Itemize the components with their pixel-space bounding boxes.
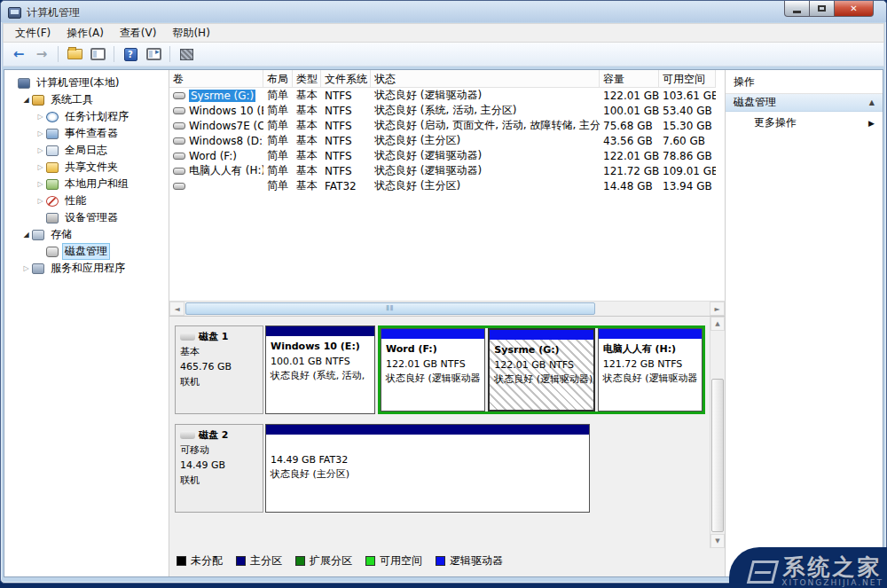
tree-item-label: 本地用户和组	[62, 176, 131, 192]
volume-row[interactable]: 简单基本FAT32状态良好 (主分区)14.48 GB13.94 GB	[169, 178, 725, 193]
forward-icon[interactable]: →	[32, 45, 51, 63]
scroll-right-arrow[interactable]: ►	[710, 302, 725, 316]
volume-row[interactable]: 电脑人人有 (H:)简单基本NTFS状态良好 (逻辑驱动器)121.72 GB1…	[169, 163, 725, 178]
expander-open-icon[interactable]: ◢	[21, 231, 31, 239]
column-header-2[interactable]: 类型	[293, 70, 321, 88]
partition-name-empty	[271, 438, 585, 453]
actions-section-disk-management[interactable]: 磁盘管理 ▲	[726, 94, 883, 112]
tree-item-local-users[interactable]: ▷本地用户和组	[4, 176, 169, 192]
storage-icon	[32, 230, 44, 240]
menu-item-action[interactable]: 操作(A)	[59, 24, 112, 43]
horizontal-scrollbar[interactable]: ◄ ⦀⦀ ►	[169, 301, 725, 316]
scroll-up-arrow[interactable]: ▲	[710, 317, 725, 331]
volume-row[interactable]: Sysrme (G:)简单基本NTFS状态良好 (逻辑驱动器)122.01 GB…	[169, 88, 725, 103]
partition-name: Word (F:)	[386, 342, 480, 357]
tree-item-services[interactable]: ▷服务和应用程序	[4, 260, 169, 277]
tree-item-device-manager[interactable]: 设备管理器	[4, 209, 169, 226]
disk-name: 磁盘 2	[180, 427, 258, 443]
minimize-button[interactable]	[784, 1, 810, 17]
column-header-4[interactable]: 状态	[371, 70, 600, 88]
window-controls: ✕	[784, 1, 874, 17]
scroll-left-arrow[interactable]: ◄	[169, 302, 184, 316]
vertical-scrollbar[interactable]: ▲ ▼	[710, 317, 725, 548]
volume-cell: 简单	[263, 148, 293, 163]
tree-item-performance[interactable]: ▷性能	[4, 192, 169, 209]
partition-name: Windows 10 (E:)	[271, 340, 370, 355]
maximize-button[interactable]	[810, 1, 834, 17]
volume-cell: 基本	[293, 103, 321, 118]
expander-closed-icon[interactable]: ▷	[35, 163, 45, 171]
partition-block[interactable]: 电脑人人有 (H:)121.72 GB NTFS状态良好 (逻辑驱动器	[598, 328, 703, 412]
tree-item-event-viewer[interactable]: ▷事件查看器	[4, 125, 169, 142]
expander-closed-icon[interactable]: ▷	[35, 180, 45, 188]
volume-cell: 103.61 GB	[659, 90, 716, 102]
expander-closed-icon[interactable]: ▷	[35, 129, 45, 137]
volume-cell: 121.72 GB	[600, 165, 659, 177]
tree-item-system-tools[interactable]: ◢系统工具	[4, 91, 169, 108]
volume-row[interactable]: Windows8 (D:)简单基本NTFS状态良好 (主分区)43.56 GB7…	[169, 133, 725, 148]
volume-row[interactable]: Windows7E (C:)简单基本NTFS状态良好 (启动, 页面文件, 活动…	[169, 118, 725, 133]
volume-name: Word (F:)	[189, 150, 237, 162]
disk-info-box[interactable]: 磁盘 2可移动14.49 GB联机	[175, 424, 263, 513]
volume-cell: 状态良好 (主分区)	[371, 178, 600, 193]
column-header-0[interactable]: 卷	[169, 70, 263, 88]
disk-graphic-pane: 磁盘 1基本465.76 GB联机Windows 10 (E:)100.01 G…	[169, 316, 725, 576]
more-actions-item[interactable]: 更多操作 ▶	[726, 112, 883, 134]
volume-cell: 简单	[263, 103, 293, 118]
column-header-3[interactable]: 文件系统	[321, 70, 371, 88]
tree-item-task-scheduler[interactable]: ▷任务计划程序	[4, 108, 169, 125]
global-log-icon	[46, 145, 59, 156]
title-bar[interactable]: 计算机管理 ✕	[1, 1, 886, 22]
disk-partitions: 14.49 GB FAT32状态良好 (主分区)	[265, 424, 705, 513]
partition-block[interactable]: Sysrme (G:)122.01 GB NTFS状态良好 (逻辑驱动器)	[488, 328, 594, 412]
disk-management-icon	[46, 247, 59, 257]
volume-cell: 基本	[293, 118, 321, 133]
disk-info-box[interactable]: 磁盘 1基本465.76 GB联机	[175, 325, 263, 414]
column-header-1[interactable]: 布局	[263, 70, 293, 88]
back-icon[interactable]: ←	[9, 45, 28, 63]
menu-item-file[interactable]: 文件(F)	[7, 24, 59, 43]
column-header-6[interactable]: 可用空间	[659, 70, 716, 88]
collapse-icon[interactable]: ▲	[869, 98, 875, 106]
tree-item-label: 磁盘管理	[62, 243, 110, 260]
tree-item-shared-folders[interactable]: ▷共享文件夹	[4, 159, 169, 176]
legend-item: 可用空间	[365, 553, 422, 568]
expander-open-icon[interactable]: ◢	[21, 96, 31, 104]
volume-row[interactable]: Word (F:)简单基本NTFS状态良好 (逻辑驱动器)122.01 GB78…	[169, 148, 725, 163]
horizontal-scroll-track[interactable]: ⦀⦀	[184, 302, 710, 316]
expander-closed-icon[interactable]: ▷	[35, 113, 45, 121]
up-folder-icon[interactable]	[65, 45, 84, 63]
column-header-5[interactable]: 容量	[600, 70, 659, 88]
partition-block[interactable]: Windows 10 (E:)100.01 GB NTFS状态良好 (系统, 活…	[265, 325, 375, 414]
tree-item-storage[interactable]: ◢存储	[4, 226, 169, 243]
help-icon[interactable]: ?	[121, 45, 140, 63]
close-button[interactable]: ✕	[834, 1, 874, 17]
expander-closed-icon[interactable]: ▷	[21, 264, 31, 272]
expander-closed-icon[interactable]: ▷	[35, 197, 45, 205]
vertical-scroll-thumb[interactable]	[711, 379, 724, 532]
volume-row[interactable]: Windows 10 (E:)简单基本NTFS状态良好 (系统, 活动, 主分区…	[169, 103, 725, 118]
menu-item-help[interactable]: 帮助(H)	[164, 24, 217, 43]
tree-item-label: 系统工具	[48, 91, 96, 108]
toolbar: ←→?	[3, 43, 884, 67]
action-pane-icon[interactable]	[144, 45, 163, 63]
tree-item-disk-management[interactable]: 磁盘管理	[4, 243, 169, 260]
horizontal-scroll-thumb[interactable]: ⦀⦀	[185, 302, 595, 315]
volume-name: Windows7E (C:)	[189, 120, 263, 132]
console-window-icon[interactable]	[88, 45, 107, 63]
snap-in-icon[interactable]	[177, 45, 196, 63]
legend-item: 主分区	[236, 553, 282, 568]
partition-status: 状态良好 (逻辑驱动器	[386, 372, 480, 387]
disk-partitions: Windows 10 (E:)100.01 GB NTFS状态良好 (系统, 活…	[265, 325, 705, 414]
partition-block[interactable]: Word (F:)122.01 GB NTFS状态良好 (逻辑驱动器	[381, 328, 485, 412]
legend-label: 逻辑驱动器	[450, 553, 503, 568]
partition-block[interactable]: 14.49 GB FAT32状态良好 (主分区)	[265, 424, 590, 513]
menu-item-view[interactable]: 查看(V)	[112, 24, 165, 43]
scroll-down-arrow[interactable]: ▼	[710, 534, 725, 548]
tree-item-computer[interactable]: 计算机管理(本地)	[4, 74, 169, 91]
expander-closed-icon[interactable]: ▷	[35, 146, 45, 154]
tree-item-global-log[interactable]: ▷全局日志	[4, 142, 169, 159]
volume-cell: 122.01 GB	[600, 150, 659, 162]
disk-size: 465.76 GB	[180, 359, 258, 374]
disk-management-pane: 卷布局类型文件系统状态容量可用空间 Sysrme (G:)简单基本NTFS状态良…	[169, 70, 726, 576]
